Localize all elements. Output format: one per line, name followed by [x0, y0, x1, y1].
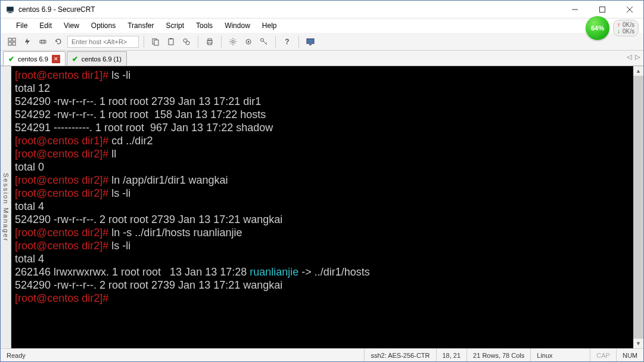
- scrollbar[interactable]: ▲ ▼: [633, 66, 643, 348]
- menu-view[interactable]: View: [58, 20, 85, 31]
- svg-line-30: [235, 43, 236, 44]
- tab-close-icon[interactable]: ✕: [52, 55, 60, 63]
- sessions-icon[interactable]: [5, 35, 18, 48]
- svg-rect-18: [170, 38, 172, 39]
- screen-icon[interactable]: [304, 35, 317, 48]
- toolbar-separator: [221, 36, 222, 48]
- scroll-up-icon[interactable]: ▲: [633, 66, 643, 76]
- help-icon[interactable]: ?: [281, 35, 294, 48]
- upload-arrow-icon: ↑: [617, 21, 620, 28]
- menubar: File Edit View Options Transfer Script T…: [1, 18, 643, 33]
- status-cursor-pos: 18, 21: [437, 349, 468, 361]
- toolbar-separator: [275, 36, 276, 48]
- svg-rect-2: [9, 12, 11, 13]
- check-icon: ✔: [8, 55, 14, 63]
- session-manager-tab[interactable]: Session Manager: [1, 66, 11, 348]
- scroll-thumb[interactable]: [633, 76, 643, 339]
- reconnect-icon[interactable]: [52, 35, 65, 48]
- svg-rect-9: [13, 38, 15, 41]
- status-num: NUM: [617, 349, 643, 361]
- svg-rect-17: [169, 39, 173, 45]
- scroll-down-icon[interactable]: ▼: [633, 339, 643, 348]
- settings-icon[interactable]: [226, 35, 239, 48]
- titlebar: centos 6.9 - SecureCRT: [1, 1, 643, 18]
- speed-readout: ↑0K/s ↓0K/s: [613, 20, 639, 36]
- gear-icon[interactable]: [242, 35, 255, 48]
- tab-centos-1[interactable]: ✔ centos 6.9 (1): [67, 51, 127, 66]
- scroll-track[interactable]: [633, 76, 643, 339]
- toolbar-separator: [144, 36, 144, 48]
- svg-line-32: [231, 43, 232, 44]
- menu-script[interactable]: Script: [160, 20, 190, 31]
- tab-prev-icon[interactable]: ◁: [627, 53, 631, 61]
- tabbar: ✔ centos 6.9 ✕ ✔ centos 6.9 (1) ◁ ▷: [1, 51, 643, 66]
- svg-point-35: [261, 38, 264, 41]
- tab-label: centos 6.9 (1): [82, 55, 122, 63]
- svg-rect-1: [7, 7, 13, 11]
- svg-rect-12: [40, 41, 46, 43]
- download-arrow-icon: ↓: [617, 28, 620, 35]
- svg-text:?: ?: [285, 38, 289, 46]
- speed-widget: 64% ↑0K/s ↓0K/s: [586, 16, 639, 40]
- upload-speed: 0K/s: [623, 21, 634, 28]
- menu-file[interactable]: File: [10, 20, 33, 31]
- quick-connect-icon[interactable]: [21, 35, 34, 48]
- find-icon[interactable]: [180, 35, 193, 48]
- svg-line-37: [266, 42, 267, 44]
- svg-rect-40: [309, 44, 312, 45]
- tab-centos-active[interactable]: ✔ centos 6.9 ✕: [3, 51, 66, 66]
- svg-point-20: [186, 41, 189, 45]
- window-controls: [561, 1, 643, 18]
- tab-label: centos 6.9: [18, 55, 48, 63]
- status-protocol: ssh2: AES-256-CTR: [365, 349, 436, 361]
- app-icon: [5, 5, 15, 14]
- status-cap: CAP: [590, 349, 617, 361]
- paste-icon[interactable]: [164, 35, 178, 48]
- copy-icon[interactable]: [149, 35, 162, 48]
- key-icon[interactable]: [257, 35, 270, 48]
- connect-icon[interactable]: [36, 35, 49, 48]
- svg-line-29: [231, 39, 232, 41]
- download-speed: 0K/s: [623, 28, 634, 35]
- svg-rect-23: [208, 43, 211, 45]
- menu-tools[interactable]: Tools: [190, 20, 219, 31]
- svg-point-34: [248, 41, 250, 42]
- status-dimensions: 21 Rows, 78 Cols: [467, 349, 531, 361]
- toolbar-separator: [198, 36, 198, 48]
- check-icon: ✔: [72, 55, 78, 63]
- svg-rect-39: [307, 39, 314, 44]
- svg-line-31: [235, 39, 236, 41]
- svg-rect-16: [154, 40, 158, 45]
- workspace: Session Manager [root@centos dir1]# ls -…: [1, 66, 643, 348]
- svg-rect-10: [8, 42, 11, 45]
- close-button[interactable]: [616, 1, 643, 18]
- status-ready: Ready: [1, 349, 365, 361]
- minimize-button[interactable]: [561, 1, 589, 18]
- terminal[interactable]: [root@centos dir1]# ls -litotal 12524290…: [11, 66, 643, 348]
- svg-rect-22: [208, 39, 211, 41]
- maximize-button[interactable]: [589, 1, 616, 18]
- svg-rect-5: [600, 7, 605, 12]
- menu-help[interactable]: Help: [256, 20, 283, 31]
- menu-transfer[interactable]: Transfer: [122, 20, 160, 31]
- status-os: Linux: [531, 349, 590, 361]
- svg-point-24: [232, 41, 234, 43]
- svg-rect-3: [8, 13, 13, 13]
- menu-edit[interactable]: Edit: [33, 20, 58, 31]
- print-icon[interactable]: [203, 35, 216, 48]
- svg-rect-8: [8, 38, 11, 41]
- speed-gauge: 64%: [586, 16, 609, 40]
- tab-nav: ◁ ▷: [627, 53, 640, 61]
- toolbar-separator: [298, 36, 299, 48]
- svg-rect-11: [13, 42, 15, 45]
- terminal-container: [root@centos dir1]# ls -litotal 12524290…: [11, 66, 643, 348]
- window-title: centos 6.9 - SecureCRT: [18, 5, 561, 14]
- host-input[interactable]: [67, 36, 139, 48]
- menu-options[interactable]: Options: [85, 20, 122, 31]
- toolbar: ?: [1, 33, 643, 51]
- tab-next-icon[interactable]: ▷: [635, 53, 640, 61]
- statusbar: Ready ssh2: AES-256-CTR 18, 21 21 Rows, …: [1, 348, 643, 361]
- menu-window[interactable]: Window: [219, 20, 256, 31]
